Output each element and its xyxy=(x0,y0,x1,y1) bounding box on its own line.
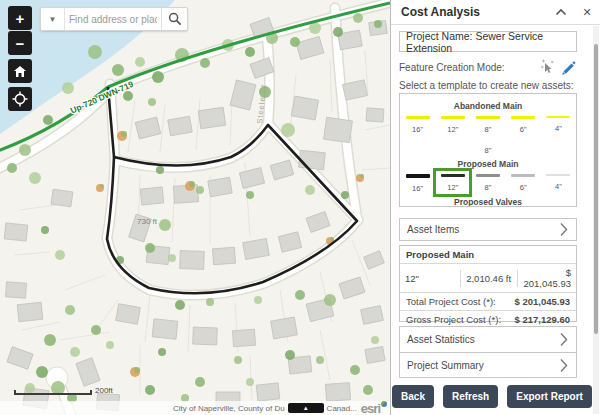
scale-bar: 200ft xyxy=(14,386,113,395)
attribution-expand-button[interactable]: ▲ xyxy=(288,403,324,413)
chevron-right-icon xyxy=(560,222,576,237)
zoom-out-button[interactable]: − xyxy=(8,31,32,55)
template-list: Abandoned Main16"12"8"6"4"8"Proposed Mai… xyxy=(399,93,577,207)
template-item-proposed-main-16in[interactable]: 16" xyxy=(401,171,434,194)
magnifier-icon xyxy=(168,12,182,26)
template-item-proposed-main-4in[interactable]: 4" xyxy=(542,171,575,194)
section-asset-items[interactable]: Asset Items xyxy=(399,218,577,241)
search-box: ▼ xyxy=(40,7,188,31)
cursor-wand-icon xyxy=(539,59,555,75)
total-cost-label: Total Project Cost (*): xyxy=(400,293,515,310)
zoom-in-button[interactable]: + xyxy=(8,6,32,30)
panel-buttons: Back Refresh Export Report xyxy=(391,385,593,408)
total-cost-row: Total Project Cost (*): $ 201,045.93 xyxy=(400,293,576,311)
chevron-right-icon xyxy=(560,332,576,347)
search-input[interactable] xyxy=(65,14,161,25)
app-window: Up-720 DWN-719 Steele Ct 730 ft + − ▼ xyxy=(0,0,600,415)
locate-button[interactable] xyxy=(8,87,32,111)
template-item-abandoned-main-4in[interactable]: 4" xyxy=(542,113,575,135)
asset-length: 2,010.46 ft xyxy=(461,270,518,287)
draw-mode-button[interactable] xyxy=(557,57,577,77)
total-cost-value: $ 201,045.93 xyxy=(515,293,576,310)
attribution-bar: City of Naperville, County of Du ▲ Canad… xyxy=(0,401,390,415)
asset-row: 12" 2,010.46 ft $ 201,045.93 xyxy=(400,264,576,293)
home-icon xyxy=(13,65,27,78)
home-button[interactable] xyxy=(8,59,32,83)
refresh-button[interactable]: Refresh xyxy=(443,385,498,408)
template-item-proposed-main-6in[interactable]: 6" xyxy=(507,171,540,194)
select-template-label: Select a template to create new assets: xyxy=(399,80,577,91)
search-source-dropdown[interactable]: ▼ xyxy=(41,8,65,30)
chevron-right-icon xyxy=(560,358,576,373)
search-button[interactable] xyxy=(161,8,187,30)
scale-label: 200ft xyxy=(95,386,113,395)
pencil-icon xyxy=(559,59,576,76)
map-canvas[interactable]: Up-720 DWN-719 Steele Ct 730 ft xyxy=(0,0,390,415)
template-group-proposed-valves: Proposed Valves xyxy=(400,197,576,207)
back-button[interactable]: Back xyxy=(392,385,434,408)
export-report-button[interactable]: Export Report xyxy=(507,385,592,408)
template-item-abandoned-main-16in[interactable]: 16" xyxy=(401,113,434,135)
attribution-text: City of Naperville, County of Du xyxy=(173,404,285,413)
collapse-button[interactable] xyxy=(548,0,574,24)
section-asset-statistics[interactable]: Asset Statistics xyxy=(399,326,577,352)
feature-creation-mode-label: Feature Creation Mode: xyxy=(399,62,537,73)
esri-logo: esri xyxy=(361,401,388,415)
template-item-proposed-main-8in[interactable]: 8" xyxy=(471,171,504,194)
panel-header: Cost Analysis ✕ xyxy=(391,0,600,25)
locate-icon xyxy=(12,91,28,107)
project-name-box: Project Name: Sewer Service Extension xyxy=(399,31,577,52)
scrollbar-thumb[interactable] xyxy=(594,44,598,334)
close-icon: ✕ xyxy=(582,6,591,19)
template-item-abandoned-main-8in[interactable]: 8" xyxy=(471,113,504,135)
panel-scrollbar xyxy=(593,26,599,414)
attribution-text-2: Canad... xyxy=(327,404,357,413)
asset-size: 12" xyxy=(400,270,461,287)
esri-globe-icon xyxy=(381,401,387,407)
template-item-abandoned-main-12in[interactable]: 12" xyxy=(436,113,469,135)
asset-cost: $ 201,045.93 xyxy=(518,264,576,292)
feature-creation-mode-row: Feature Creation Mode: xyxy=(399,55,577,79)
template-item-proposed-main-12in[interactable]: 12" xyxy=(436,171,469,194)
template-group-abandoned-main: Abandoned Main xyxy=(400,101,576,111)
caret-up-icon: ▲ xyxy=(303,405,309,411)
cost-table: Proposed Main 12" 2,010.46 ft $ 201,045.… xyxy=(399,245,577,322)
caret-down-icon: ▼ xyxy=(49,15,57,24)
template-group-proposed-main: Proposed Main xyxy=(400,159,576,169)
template-item-abandoned-main-6in[interactable]: 6" xyxy=(507,113,540,135)
cost-group-header: Proposed Main xyxy=(400,246,576,264)
panel-title: Cost Analysis xyxy=(391,5,548,19)
project-name: Project Name: Sewer Service Extension xyxy=(406,30,576,54)
map-container[interactable]: Up-720 DWN-719 Steele Ct 730 ft + − ▼ xyxy=(0,0,390,415)
chevron-up-icon xyxy=(555,8,567,16)
section-project-summary[interactable]: Project Summary xyxy=(399,352,577,378)
template-item-abandoned-main-8in[interactable]: 8" xyxy=(471,135,505,156)
cost-analysis-panel: Cost Analysis ✕ Project Name: Sewer Serv… xyxy=(390,0,600,415)
distance-label: 730 ft xyxy=(137,217,158,226)
smart-mode-button[interactable] xyxy=(537,57,557,77)
close-button[interactable]: ✕ xyxy=(574,0,600,24)
